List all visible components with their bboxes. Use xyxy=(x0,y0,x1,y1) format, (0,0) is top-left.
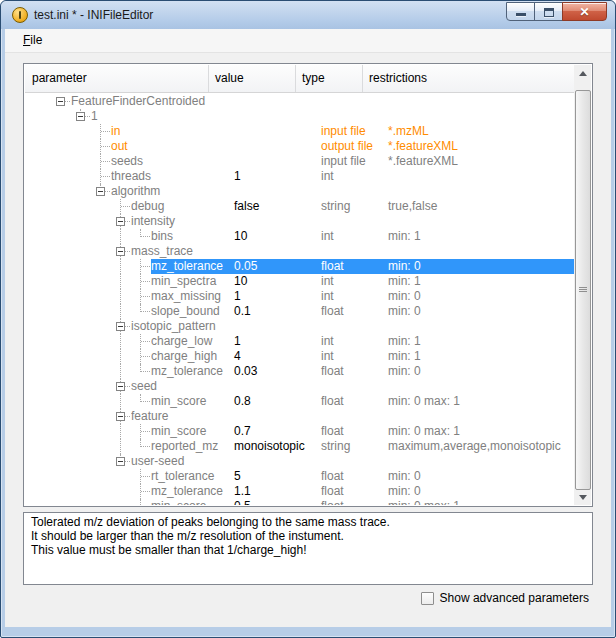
tree-row[interactable]: mz_tolerance0.03floatmin: 0 xyxy=(25,364,574,379)
tree-row[interactable]: bins10intmin: 1 xyxy=(25,229,574,244)
titlebar[interactable]: test.ini * - INIFileEditor ✕ xyxy=(1,1,615,29)
tree-row[interactable]: reported_mzmonoisotopicstringmaximum,ave… xyxy=(25,439,574,454)
scroll-up-button[interactable] xyxy=(574,65,591,81)
tree-row[interactable]: charge_low1intmin: 1 xyxy=(25,334,574,349)
value-cell[interactable] xyxy=(232,244,319,259)
menu-file[interactable]: File xyxy=(17,29,48,53)
value-cell[interactable]: 0.5 xyxy=(232,499,319,505)
tree-row[interactable]: threads1int xyxy=(25,169,574,184)
value-cell[interactable] xyxy=(232,124,319,139)
value-cell[interactable] xyxy=(232,379,319,394)
value-cell[interactable] xyxy=(232,184,319,199)
tree-row[interactable]: min_score0.7floatmin: 0 max: 1 xyxy=(25,424,574,439)
tree-connector xyxy=(111,379,131,394)
tree-guide xyxy=(111,304,131,319)
column-header-type[interactable]: type xyxy=(296,65,363,92)
tree-row[interactable]: 1 xyxy=(25,109,574,124)
tree-connector xyxy=(131,334,151,349)
value-cell[interactable]: 1 xyxy=(232,289,319,304)
tree-row[interactable]: user-seed xyxy=(25,454,574,469)
scroll-down-button[interactable] xyxy=(574,489,591,505)
vertical-scrollbar[interactable] xyxy=(574,65,591,505)
description-line: This value must be smaller than that 1/c… xyxy=(31,543,585,557)
expand-box-icon[interactable] xyxy=(116,247,125,256)
tree-guide xyxy=(51,124,71,139)
value-cell[interactable] xyxy=(232,94,319,109)
tree-row[interactable]: min_score0.5floatmin: 0 max: 1 xyxy=(25,499,574,505)
tree-row[interactable]: FeatureFinderCentroided xyxy=(25,94,574,109)
tree-row[interactable]: debugfalsestringtrue,false xyxy=(25,199,574,214)
tree-connector xyxy=(91,169,111,184)
value-cell[interactable]: 4 xyxy=(232,349,319,364)
value-cell[interactable]: 0.7 xyxy=(232,424,319,439)
tree-guide xyxy=(71,304,91,319)
column-header-parameter[interactable]: parameter xyxy=(25,65,209,92)
value-cell[interactable] xyxy=(232,109,319,124)
expand-box-icon[interactable] xyxy=(76,112,85,121)
expand-box-icon[interactable] xyxy=(116,457,125,466)
maximize-button[interactable] xyxy=(534,2,563,21)
restrictions-cell: maximum,average,monoisotopic xyxy=(386,439,574,454)
value-cell[interactable]: 0.05 xyxy=(232,259,319,274)
value-cell[interactable]: 0.8 xyxy=(232,394,319,409)
tree-row[interactable]: algorithm xyxy=(25,184,574,199)
value-cell[interactable] xyxy=(232,214,319,229)
value-cell[interactable]: 1 xyxy=(232,334,319,349)
app-window: test.ini * - INIFileEditor ✕ File parame… xyxy=(0,0,616,638)
tree-row[interactable]: rt_tolerance5floatmin: 0 xyxy=(25,469,574,484)
advanced-checkbox[interactable] xyxy=(421,592,434,605)
tree-row[interactable]: intensity xyxy=(25,214,574,229)
column-header-restrictions[interactable]: restrictions xyxy=(363,65,574,92)
value-cell[interactable]: false xyxy=(232,199,319,214)
tree-row[interactable]: max_missing1intmin: 0 xyxy=(25,289,574,304)
value-cell[interactable] xyxy=(232,139,319,154)
row-content: seed xyxy=(131,379,574,394)
expand-box-icon[interactable] xyxy=(116,322,125,331)
expand-box-icon[interactable] xyxy=(116,412,125,421)
value-cell[interactable] xyxy=(232,154,319,169)
maximize-icon xyxy=(544,8,554,17)
tree-row[interactable]: mass_trace xyxy=(25,244,574,259)
tree-row[interactable]: slope_bound0.1floatmin: 0 xyxy=(25,304,574,319)
minimize-button[interactable] xyxy=(506,2,535,21)
tree-row[interactable]: mz_tolerance1.1floatmin: 0 xyxy=(25,484,574,499)
tree-row[interactable]: mz_tolerance0.05floatmin: 0 xyxy=(25,259,574,274)
close-button[interactable]: ✕ xyxy=(562,2,607,21)
tree-guide xyxy=(51,454,71,469)
tree-row[interactable]: ininput file*.mzML xyxy=(25,124,574,139)
value-cell[interactable]: 1.1 xyxy=(232,484,319,499)
tree-row[interactable]: feature xyxy=(25,409,574,424)
expand-box-icon[interactable] xyxy=(116,382,125,391)
tree-row[interactable]: outoutput file*.featureXML xyxy=(25,139,574,154)
value-cell[interactable]: 10 xyxy=(232,274,319,289)
restrictions-cell: min: 1 xyxy=(386,274,574,289)
tree-connector xyxy=(91,139,111,154)
row-content: seedsinput file*.featureXML xyxy=(111,154,574,169)
value-cell[interactable] xyxy=(232,409,319,424)
value-cell[interactable] xyxy=(232,319,319,334)
value-cell[interactable]: 10 xyxy=(232,229,319,244)
tree-row[interactable]: seed xyxy=(25,379,574,394)
param-label: mz_tolerance xyxy=(151,259,232,274)
value-cell[interactable]: 1 xyxy=(232,169,319,184)
expand-box-icon[interactable] xyxy=(116,217,125,226)
value-cell[interactable]: 0.1 xyxy=(232,304,319,319)
column-header-value[interactable]: value xyxy=(209,65,296,92)
value-cell[interactable]: 5 xyxy=(232,469,319,484)
row-content: reported_mzmonoisotopicstringmaximum,ave… xyxy=(151,439,574,454)
tree-row[interactable]: min_score0.8floatmin: 0 max: 1 xyxy=(25,394,574,409)
tree-guide xyxy=(71,469,91,484)
expand-box-icon[interactable] xyxy=(96,187,105,196)
param-label: charge_high xyxy=(151,349,232,364)
value-cell[interactable]: monoisotopic xyxy=(232,439,319,454)
tree-row[interactable]: seedsinput file*.featureXML xyxy=(25,154,574,169)
tree-row[interactable]: isotopic_pattern xyxy=(25,319,574,334)
tree-connector xyxy=(131,274,151,289)
tree-row[interactable]: charge_high4intmin: 1 xyxy=(25,349,574,364)
value-cell[interactable] xyxy=(232,454,319,469)
type-cell: int xyxy=(319,229,386,244)
value-cell[interactable]: 0.03 xyxy=(232,364,319,379)
tree-row[interactable]: min_spectra10intmin: 1 xyxy=(25,274,574,289)
expand-box-icon[interactable] xyxy=(56,97,65,106)
scrollbar-thumb[interactable] xyxy=(575,90,591,490)
